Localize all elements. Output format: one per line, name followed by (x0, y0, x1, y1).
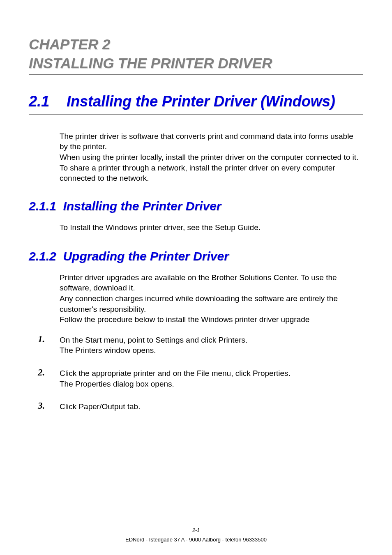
subsection-heading: 2.1.2 Upgrading the Printer Driver (29, 249, 363, 263)
chapter-line2: INSTALLING THE PRINTER DRIVER (29, 55, 272, 71)
page-number: 2-1 (0, 527, 392, 533)
subsection-title: Installing the Printer Driver (63, 199, 221, 213)
step-text: Click the appropriate printer and on the… (60, 367, 291, 389)
step-number: 3. (38, 401, 60, 412)
page-footer: 2-1 EDNord - Istedgade 37 A - 9000 Aalbo… (0, 527, 392, 543)
subsection-number: 2.1.1 (29, 199, 56, 213)
step-number: 2. (38, 367, 60, 389)
section-number: 2.1 (29, 92, 67, 111)
intro-paragraph: The printer driver is software that conv… (60, 131, 363, 184)
subsection-heading: 2.1.1 Installing the Printer Driver (29, 199, 363, 213)
subsection-2: 2.1.2 Upgrading the Printer Driver Print… (29, 249, 363, 412)
step-item: 1. On the Start menu, point to Settings … (38, 334, 363, 356)
subsection-title: Upgrading the Printer Driver (63, 249, 228, 263)
step-text: Click Paper/Output tab. (60, 401, 140, 412)
step-number: 1. (38, 334, 60, 356)
subsection-1: 2.1.1 Installing the Printer Driver To I… (29, 199, 363, 233)
footer-text: EDNord - Istedgade 37 A - 9000 Aalborg -… (0, 537, 392, 543)
subsection-body: To Install the Windows printer driver, s… (60, 222, 363, 233)
section-heading: 2.1 Installing the Printer Driver (Windo… (29, 92, 363, 115)
step-text: On the Start menu, point to Settings and… (60, 334, 247, 356)
section-title: Installing the Printer Driver (Windows) (67, 92, 335, 111)
step-item: 2. Click the appropriate printer and on … (38, 367, 363, 389)
step-item: 3. Click Paper/Output tab. (38, 401, 363, 412)
subsection-body: Printer driver upgrades are available on… (60, 272, 363, 325)
chapter-line1: CHAPTER 2 (29, 36, 110, 52)
subsection-number: 2.1.2 (29, 249, 56, 263)
chapter-heading: CHAPTER 2 INSTALLING THE PRINTER DRIVER (29, 35, 363, 75)
